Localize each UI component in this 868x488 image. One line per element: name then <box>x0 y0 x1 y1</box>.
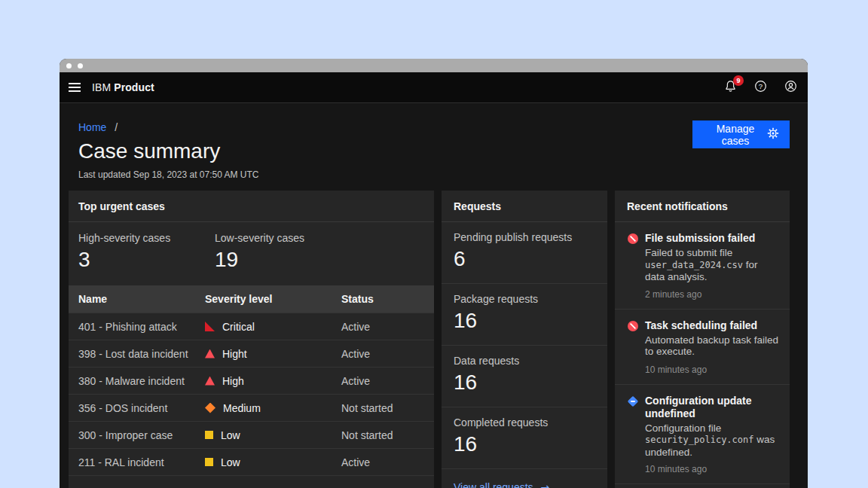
notifications-button[interactable]: 9 <box>723 81 737 94</box>
arrow-right-icon: → <box>541 481 550 488</box>
help-button[interactable]: ? <box>753 81 767 94</box>
last-updated-text: Last updated Sep 18, 2023 at 07:50 AM UT… <box>78 169 259 180</box>
panel-title: Recent notifications <box>615 191 790 222</box>
notification-title: Configuration update undefined <box>645 395 779 420</box>
gear-icon <box>767 127 779 142</box>
case-name: 356 - DOS incident <box>69 402 205 414</box>
notification-item: Configuration update undefined Configura… <box>615 385 790 485</box>
table-row: 211 - RAL incident Low Active <box>69 448 434 475</box>
app-brand: IBM Product <box>92 81 154 93</box>
urgent-cases-stats: High-severity cases 3 Low-severity cases… <box>69 222 434 285</box>
user-avatar-icon <box>784 80 797 96</box>
misuse-icon <box>627 320 639 332</box>
window-control-dot[interactable] <box>78 63 83 69</box>
manage-cases-button[interactable]: Manage cases <box>692 120 790 148</box>
notification-body: Configuration file security_policy.conf … <box>645 422 779 459</box>
column-header-severity: Severity level <box>205 293 341 305</box>
stat-pending-publish-requests: Pending publish requests 6 <box>442 222 607 284</box>
notification-item: File submission failed Failed to submit … <box>615 222 790 310</box>
page-content: Home / Case summary Last updated Sep 18,… <box>60 103 808 488</box>
window-control-dot[interactable] <box>66 63 72 69</box>
case-name: 380 - Malware incident <box>69 375 205 387</box>
case-status: Active <box>341 321 434 333</box>
svg-text:?: ? <box>758 81 762 90</box>
case-status: Active <box>341 456 434 468</box>
table-header-row: Name Severity level Status <box>69 285 434 313</box>
column-header-status: Status <box>341 293 434 305</box>
notification-item: Task scheduling failed Automated backup … <box>615 310 790 385</box>
severity-label: Low <box>221 456 240 468</box>
notification-time: 10 minutes ago <box>645 464 779 474</box>
browser-window: IBM Product 9 ? <box>60 59 808 488</box>
severity-icon <box>205 431 213 439</box>
menu-icon[interactable] <box>69 83 81 92</box>
case-name: 398 - Lost data incident <box>69 348 205 360</box>
severity-label: Medium <box>223 402 261 414</box>
app-header: IBM Product 9 ? <box>60 72 808 103</box>
case-name: 300 - Improper case <box>69 429 205 441</box>
table-row: 401 - Phishing attack Critical Active <box>69 313 434 340</box>
breadcrumb-separator: / <box>115 121 118 133</box>
view-all-requests-link[interactable]: View all requests → <box>454 481 549 488</box>
severity-label: Low <box>221 429 240 441</box>
notification-time: 2 minutes ago <box>645 289 779 300</box>
mono-filename: security_policy.conf <box>645 435 754 445</box>
notification-title: Task scheduling failed <box>645 319 779 332</box>
table-row: 398 - Lost data incident Hight Active <box>69 340 434 367</box>
stat-completed-requests: Completed requests 16 <box>442 407 607 469</box>
severity-label: Hight <box>222 348 247 360</box>
misuse-icon <box>627 233 639 245</box>
stat-low-severity: Low-severity cases 19 <box>215 231 351 274</box>
page-title: Case summary <box>78 138 259 165</box>
notification-count-badge: 9 <box>733 75 744 86</box>
table-row: 300 - Improper case Low Not started <box>69 421 434 448</box>
notification-time: 10 minutes ago <box>645 364 779 375</box>
severity-icon <box>205 403 215 413</box>
severity-icon <box>205 377 215 386</box>
panel-title: Requests <box>442 191 607 222</box>
severity-icon <box>205 322 215 331</box>
case-name: 401 - Phishing attack <box>69 321 205 333</box>
top-urgent-cases-panel: Top urgent cases High-severity cases 3 L… <box>69 191 434 488</box>
severity-icon <box>205 458 213 466</box>
case-status: Active <box>341 348 434 360</box>
undefined-icon <box>627 395 639 407</box>
breadcrumb: Home / <box>78 120 259 134</box>
case-status: Not started <box>341 402 434 414</box>
notification-body: Automated backup task failed to execute. <box>645 334 779 358</box>
browser-chrome <box>60 59 808 72</box>
severity-icon <box>205 349 215 358</box>
panel-title: Top urgent cases <box>69 191 434 222</box>
breadcrumb-home-link[interactable]: Home <box>78 121 106 133</box>
notification-title: File submission failed <box>645 232 779 245</box>
case-status: Not started <box>341 429 434 441</box>
notification-body: Failed to submit file user_data_2024.csv… <box>645 247 779 283</box>
mono-filename: user_data_2024.csv <box>645 260 743 270</box>
table-row: 380 - Malware incident High Active <box>69 367 434 394</box>
column-header-name: Name <box>69 293 205 305</box>
user-account-button[interactable] <box>784 81 797 94</box>
header-actions: 9 ? <box>723 81 797 94</box>
notification-item: User report generated The User Access Re… <box>615 484 790 488</box>
page-head: Home / Case summary Last updated Sep 18,… <box>69 120 790 180</box>
table-row: 356 - DOS incident Medium Not started <box>69 394 434 421</box>
stat-package-requests: Package requests 16 <box>442 284 607 346</box>
severity-label: Critical <box>222 321 255 333</box>
case-name: 211 - RAL incident <box>69 456 205 468</box>
stat-high-severity: High-severity cases 3 <box>78 231 215 274</box>
recent-notifications-panel: Recent notifications File submission fai… <box>615 191 790 488</box>
requests-panel: Requests Pending publish requests 6 Pack… <box>442 191 607 488</box>
dashboard-grid: Top urgent cases High-severity cases 3 L… <box>69 191 790 488</box>
help-icon: ? <box>754 80 767 96</box>
case-status: Active <box>341 375 434 387</box>
manage-cases-label: Manage cases <box>704 123 767 147</box>
stat-data-requests: Data requests 16 <box>442 346 607 407</box>
severity-label: High <box>222 375 244 387</box>
